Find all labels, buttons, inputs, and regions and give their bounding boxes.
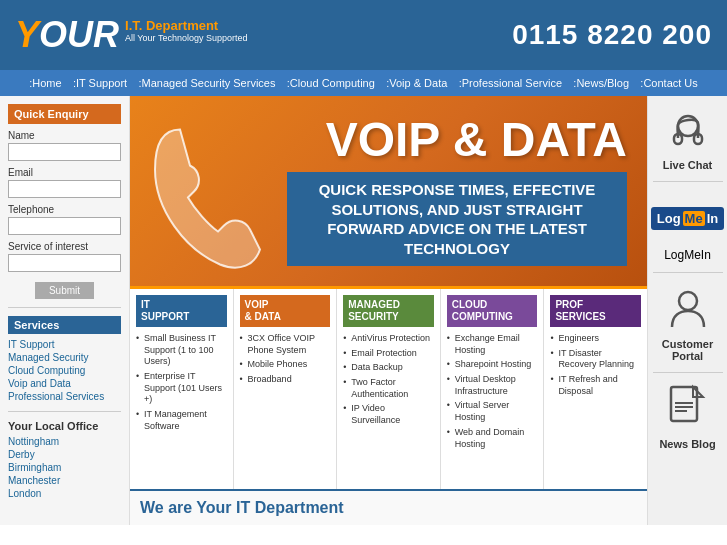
logmein-icon: LogMeIn <box>662 192 714 244</box>
email-input[interactable] <box>8 180 121 198</box>
service-item: IP Video Surveillance <box>343 403 434 426</box>
divider2 <box>8 411 121 412</box>
customer-portal-label: CustomerPortal <box>662 338 713 362</box>
logmein-widget[interactable]: LogMeIn LogMeIn <box>662 192 714 262</box>
service-header-cloud: CLOUDCOMPUTING <box>447 295 538 327</box>
service-header-prof: PROFSERVICES <box>550 295 641 327</box>
logmein-label: LogMeIn <box>664 248 711 262</box>
service-item: Mobile Phones <box>240 359 331 371</box>
service-cloud: CLOUDCOMPUTING Exchange Email Hosting Sh… <box>441 289 545 489</box>
service-item: 3CX Office VOIP Phone System <box>240 333 331 356</box>
submit-button[interactable]: Submit <box>35 282 94 299</box>
logo-sub: All Your Technology Supported <box>125 33 247 43</box>
services-title: Services <box>8 316 121 334</box>
divider <box>8 307 121 308</box>
service-item: Two Factor Authentication <box>343 377 434 400</box>
left-sidebar: Quick Enquiry Name Email Telephone Servi… <box>0 96 130 525</box>
office-manchester[interactable]: Manchester <box>8 474 121 487</box>
logo-it: I.T. Department <box>125 18 247 33</box>
live-chat-label: Live Chat <box>663 159 713 171</box>
office-derby[interactable]: Derby <box>8 448 121 461</box>
banner: VOIP & DATA QUICK RESPONSE TIMES, EFFECT… <box>130 96 647 286</box>
office-london[interactable]: London <box>8 487 121 500</box>
logo-our: OUR <box>39 14 119 55</box>
service-item: AntiVirus Protection <box>343 333 434 345</box>
banner-tagline: QUICK RESPONSE TIMES, EFFECTIVE SOLUTION… <box>287 172 627 266</box>
main-content: Quick Enquiry Name Email Telephone Servi… <box>0 96 727 525</box>
service-item: Virtual Desktop Infrastructure <box>447 374 538 397</box>
service-item: Email Protection <box>343 348 434 360</box>
banner-and: & <box>453 113 501 166</box>
nav-home[interactable]: :Home <box>29 77 61 89</box>
bottom-title: We are Your IT Department <box>140 499 637 517</box>
svg-point-3 <box>679 292 697 310</box>
person-icon <box>662 283 714 335</box>
header: YOUR I.T. Department All Your Technology… <box>0 0 727 70</box>
service-item: Small Business IT Support (1 to 100 User… <box>136 333 227 368</box>
widget-divider2 <box>653 272 723 273</box>
service-input[interactable] <box>8 254 121 272</box>
nav-cloud[interactable]: :Cloud Computing <box>287 77 375 89</box>
live-chat-widget[interactable]: Live Chat <box>662 104 714 171</box>
phone-icon <box>140 110 270 273</box>
news-blog-label: News Blog <box>659 438 715 450</box>
service-item: IT Management Software <box>136 409 227 432</box>
service-item: Broadband <box>240 374 331 386</box>
service-header-it: ITSUPPORT <box>136 295 227 327</box>
phone-number: 0115 8220 200 <box>512 19 712 51</box>
service-item: Web and Domain Hosting <box>447 427 538 450</box>
logo-area: YOUR I.T. Department All Your Technology… <box>15 14 247 56</box>
news-blog-widget[interactable]: News Blog <box>659 383 715 450</box>
name-input[interactable] <box>8 143 121 161</box>
service-item: Sharepoint Hosting <box>447 359 538 371</box>
banner-data: DATA <box>501 113 627 166</box>
nav-voip[interactable]: :Voip & Data <box>386 77 447 89</box>
service-item: IT Refresh and Disposal <box>550 374 641 397</box>
service-item: Data Backup <box>343 362 434 374</box>
quick-enquiry-title: Quick Enquiry <box>8 104 121 124</box>
nav-professional[interactable]: :Professional Service <box>459 77 562 89</box>
widget-divider1 <box>653 181 723 182</box>
nav-managed-security[interactable]: :Managed Security Services <box>138 77 275 89</box>
service-item: Enterprise IT Support (101 Users +) <box>136 371 227 406</box>
service-it-support: ITSUPPORT Small Business IT Support (1 t… <box>130 289 234 489</box>
widget-divider3 <box>653 372 723 373</box>
center-content: VOIP & DATA QUICK RESPONSE TIMES, EFFECT… <box>130 96 647 525</box>
service-label: Service of interest <box>8 241 121 252</box>
nav-it-support[interactable]: :IT Support <box>73 77 127 89</box>
sidebar-link-security[interactable]: Managed Security <box>8 351 121 364</box>
service-item: Exchange Email Hosting <box>447 333 538 356</box>
service-professional: PROFSERVICES Engineers IT Disaster Recov… <box>544 289 647 489</box>
banner-voip: VOIP <box>326 113 440 166</box>
nav-news[interactable]: :News/Blog <box>573 77 629 89</box>
office-nottingham[interactable]: Nottingham <box>8 435 121 448</box>
service-header-voip: VOIP& DATA <box>240 295 331 327</box>
office-birmingham[interactable]: Birmingham <box>8 461 121 474</box>
logo-y: Y <box>15 14 39 55</box>
telephone-label: Telephone <box>8 204 121 215</box>
customer-portal-widget[interactable]: CustomerPortal <box>662 283 714 362</box>
service-item: Virtual Server Hosting <box>447 400 538 423</box>
sidebar-link-voip[interactable]: Voip and Data <box>8 377 121 390</box>
service-voip: VOIP& DATA 3CX Office VOIP Phone System … <box>234 289 338 489</box>
nav-contact[interactable]: :Contact Us <box>640 77 697 89</box>
service-managed-security: MANAGEDSECURITY AntiVirus Protection Ema… <box>337 289 441 489</box>
local-office-title: Your Local Office <box>8 420 121 432</box>
telephone-input[interactable] <box>8 217 121 235</box>
service-header-security: MANAGEDSECURITY <box>343 295 434 327</box>
headset-icon <box>662 104 714 156</box>
email-label: Email <box>8 167 121 178</box>
name-label: Name <box>8 130 121 141</box>
nav-bar: :Home :IT Support :Managed Security Serv… <box>0 70 727 96</box>
sidebar-link-it[interactable]: IT Support <box>8 338 121 351</box>
services-grid: ITSUPPORT Small Business IT Support (1 t… <box>130 286 647 489</box>
right-sidebar: Live Chat LogMeIn LogMeIn CustomerPortal <box>647 96 727 525</box>
document-icon <box>661 383 713 435</box>
sidebar-link-professional[interactable]: Professional Services <box>8 390 121 403</box>
sidebar-link-cloud[interactable]: Cloud Computing <box>8 364 121 377</box>
service-item: IT Disaster Recovery Planning <box>550 348 641 371</box>
bottom-bar: We are Your IT Department <box>130 489 647 525</box>
service-item: Engineers <box>550 333 641 345</box>
banner-text: VOIP & DATA QUICK RESPONSE TIMES, EFFECT… <box>287 116 627 266</box>
